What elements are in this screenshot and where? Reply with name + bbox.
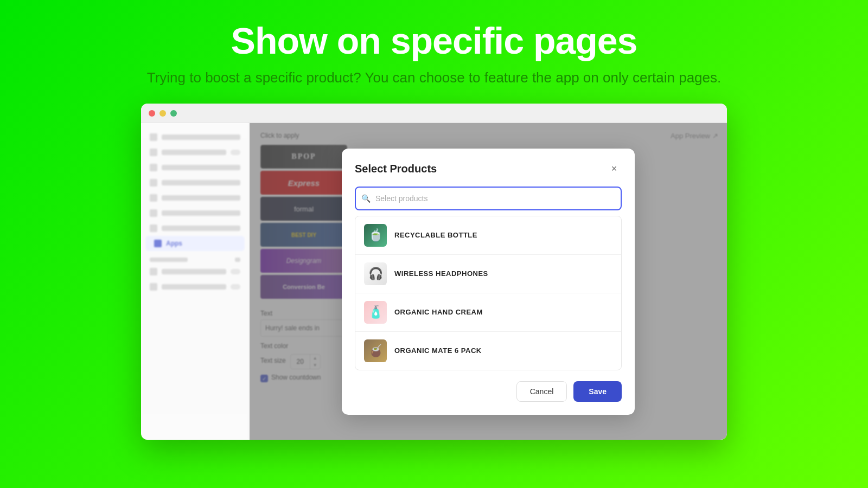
sidebar-online-label-2: [162, 284, 226, 290]
orders-badge: [231, 150, 240, 155]
sidebar-item-analytics: [141, 190, 249, 206]
cream-icon: 🧴: [368, 305, 383, 319]
product-thumb-mate: 🧉: [364, 339, 387, 362]
product-name-organic-mate: ORGANIC MATE 6 PACK: [394, 346, 482, 355]
sidebar-marketing-label: [162, 210, 240, 216]
sidebar-item-products: [141, 160, 249, 175]
browser-window: Apps Click to apply: [141, 104, 727, 440]
section-label: [150, 258, 188, 262]
modal-header: Select Products ×: [355, 162, 622, 177]
customers-icon: [150, 179, 157, 187]
browser-dot-red: [149, 110, 155, 117]
sidebar-item-online-store-2: [141, 279, 249, 294]
product-thumb-bottle: 🍵: [364, 224, 387, 247]
product-item-organic-mate[interactable]: 🧉 ORGANIC MATE 6 PACK: [355, 332, 621, 370]
sidebar-item-online-store-1: [141, 264, 249, 279]
sidebar-online-label-1: [162, 269, 226, 274]
product-name-organic-hand-cream: ORGANIC HAND CREAM: [394, 308, 483, 316]
hero-subtitle: Trying to boost a specific product? You …: [147, 69, 722, 86]
sidebar-products-label: [162, 165, 240, 170]
browser-chrome: [141, 104, 727, 123]
online-store-icon-2: [150, 283, 157, 291]
hero-title: Show on specific pages: [231, 20, 637, 62]
sidebar-analytics-label: [162, 195, 240, 201]
products-icon: [150, 164, 157, 171]
product-item-organic-hand-cream[interactable]: 🧴 ORGANIC HAND CREAM: [355, 293, 621, 332]
section-action: [235, 258, 240, 262]
sidebar-customers-label: [162, 180, 240, 185]
modal-title: Select Products: [355, 163, 437, 175]
headphones-icon: 🎧: [368, 267, 383, 281]
sidebar-apps-label: Apps: [166, 240, 182, 247]
orders-icon: [150, 149, 157, 156]
search-input[interactable]: [355, 187, 622, 210]
search-icon: 🔍: [361, 194, 371, 203]
product-item-wireless-headphones[interactable]: 🎧 WIRELESS HEADPHONES: [355, 255, 621, 293]
sidebar-home-label: [162, 134, 240, 140]
browser-dot-green: [170, 110, 177, 117]
product-name-recyclable-bottle: RECYCLABLE BOTTLE: [394, 231, 477, 239]
sidebar-item-home: [141, 130, 249, 145]
home-icon: [150, 133, 157, 141]
product-name-wireless-headphones: WIRELESS HEADPHONES: [394, 269, 488, 278]
bottle-icon: 🍵: [368, 228, 383, 242]
discounts-icon: [150, 224, 157, 232]
marketing-icon: [150, 209, 157, 217]
online-store-badge-2: [231, 284, 240, 290]
analytics-icon: [150, 194, 157, 202]
main-content: Click to apply App Preview ↗ BPOP Expres…: [250, 123, 727, 440]
product-thumb-headphones: 🎧: [364, 262, 387, 285]
sidebar-discounts-label: [162, 226, 240, 231]
sidebar-item-customers: [141, 175, 249, 190]
select-products-modal: Select Products × 🔍 🍵: [342, 149, 635, 415]
cancel-button[interactable]: Cancel: [516, 381, 567, 402]
apps-icon: [154, 240, 162, 247]
save-button[interactable]: Save: [573, 381, 622, 402]
search-wrapper: 🔍: [355, 187, 622, 210]
online-store-badge-1: [231, 269, 240, 274]
modal-footer: Cancel Save: [355, 381, 622, 402]
online-store-icon-1: [150, 268, 157, 275]
sidebar-section-header: [141, 251, 249, 264]
modal-close-button[interactable]: ×: [607, 162, 622, 177]
sidebar-item-discounts: [141, 221, 249, 236]
sidebar: Apps: [141, 123, 250, 440]
sidebar-orders-label: [162, 150, 226, 155]
mate-icon: 🧉: [368, 344, 383, 358]
browser-body: Apps Click to apply: [141, 123, 727, 440]
modal-overlay: Select Products × 🔍 🍵: [250, 123, 727, 440]
product-thumb-cream: 🧴: [364, 301, 387, 324]
product-item-recyclable-bottle[interactable]: 🍵 RECYCLABLE BOTTLE: [355, 216, 621, 255]
sidebar-item-marketing: [141, 206, 249, 221]
sidebar-item-orders: [141, 145, 249, 160]
sidebar-item-apps[interactable]: Apps: [145, 236, 245, 251]
browser-dot-yellow: [159, 110, 166, 117]
product-list: 🍵 RECYCLABLE BOTTLE 🎧 WIRELESS HEADPHONE…: [355, 216, 622, 370]
